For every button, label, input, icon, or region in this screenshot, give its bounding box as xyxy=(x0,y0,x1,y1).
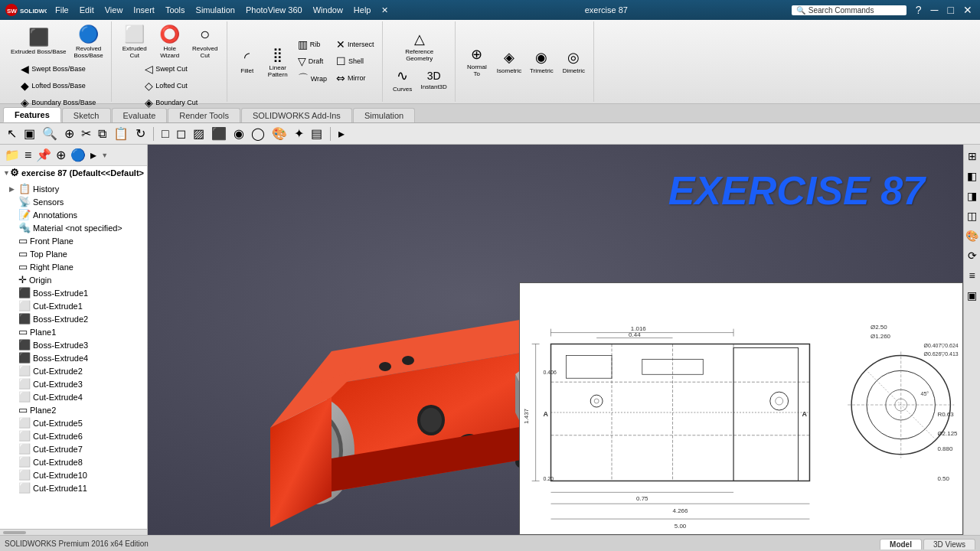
menu-tools[interactable]: Tools xyxy=(161,4,190,16)
view-tool-4[interactable]: ⬛ xyxy=(209,125,229,142)
tree-item-cut-extrude1[interactable]: ⬜ Cut-Extrude1 xyxy=(0,299,147,312)
display-tool[interactable]: 🎨 xyxy=(270,125,289,142)
tree-item-plane1[interactable]: ▭ Plane1 xyxy=(0,325,147,338)
swept-boss-base-button[interactable]: ◀ Swept Boss/Base xyxy=(18,61,99,77)
tab-features[interactable]: Features xyxy=(3,107,61,122)
menu-help[interactable]: Help xyxy=(349,4,376,16)
view-tool-6[interactable]: ◯ xyxy=(249,125,267,142)
tree-item-boss-extrude3[interactable]: ⬛ Boss-Extrude3 xyxy=(0,338,147,351)
tree-item-top-plane[interactable]: ▭ Top Plane xyxy=(0,247,147,260)
tab-simulation[interactable]: Simulation xyxy=(353,108,415,122)
tree-item-material[interactable]: 🔩 Material <not specified> xyxy=(0,221,147,234)
revolved-cut-button[interactable]: ○ RevolvedCut xyxy=(188,23,222,61)
expand-icon[interactable]: ▸ xyxy=(89,146,98,164)
color-icon[interactable]: 🔵 xyxy=(69,146,87,164)
zoom-in-tool[interactable]: ⊕ xyxy=(62,125,77,142)
copy-tool[interactable]: ⧉ xyxy=(96,126,109,142)
tab-bottom-3dviews[interactable]: 3D Views xyxy=(923,539,975,549)
tab-bottom-model[interactable]: Model xyxy=(880,539,922,549)
tree-item-plane2[interactable]: ▭ Plane2 xyxy=(0,403,147,416)
tree-item-cut-extrude4[interactable]: ⬜ Cut-Extrude4 xyxy=(0,390,147,403)
tree-item-sensors[interactable]: 📡 Sensors xyxy=(0,195,147,208)
normal-to-button[interactable]: ⊕ NormalTo xyxy=(462,44,492,80)
menu-view[interactable]: View xyxy=(100,4,128,16)
tab-sketch[interactable]: Sketch xyxy=(62,108,111,122)
right-panel-btn-7[interactable]: ≡ xyxy=(967,267,976,284)
right-panel-btn-1[interactable]: ⊞ xyxy=(966,148,978,165)
pin-icon[interactable]: 📌 xyxy=(34,146,53,164)
scene-tool[interactable]: ▤ xyxy=(309,125,325,142)
help-icon[interactable]: ? xyxy=(913,4,925,16)
tree-item-cut-extrude7[interactable]: ⬜ Cut-Extrude7 xyxy=(0,442,147,455)
fillet-button[interactable]: ◜ Fillet xyxy=(234,37,261,87)
mirror-button[interactable]: ⇔ Mirror xyxy=(333,70,377,86)
right-panel-btn-2[interactable]: ◧ xyxy=(965,168,978,184)
panel-scrollbar[interactable] xyxy=(0,529,147,535)
tree-item-cut-extrude5[interactable]: ⬜ Cut-Extrude5 xyxy=(0,416,147,429)
intersect-button[interactable]: ✕ Intersect xyxy=(333,37,377,52)
right-panel-btn-4[interactable]: ◫ xyxy=(965,207,978,224)
dimetric-button[interactable]: ◎ Dimetric xyxy=(558,47,589,76)
tree-item-history[interactable]: ▶ 📋 History xyxy=(0,182,147,195)
search-box[interactable]: 🔍 Search Commands xyxy=(792,5,906,15)
menu-edit[interactable]: Edit xyxy=(75,4,99,16)
tree-item-cut-extrude11[interactable]: ⬜ Cut-Extrude11 xyxy=(0,481,147,494)
extruded-boss-base-button[interactable]: ⬛ Extruded Boss/Base xyxy=(8,26,69,57)
reference-geometry-button[interactable]: △ ReferenceGeometry xyxy=(402,29,436,64)
extruded-cut-button[interactable]: ⬜ ExtrudedCut xyxy=(118,23,152,61)
select-tool[interactable]: ▣ xyxy=(21,125,38,142)
render-tool[interactable]: ✦ xyxy=(292,125,306,142)
lofted-boss-base-button[interactable]: ◆ Lofted Boss/Base xyxy=(18,78,99,93)
minimize-button[interactable]: ─ xyxy=(928,4,942,16)
more-tool[interactable]: ▸ xyxy=(336,125,347,142)
draft-button[interactable]: ▽Draft xyxy=(295,54,330,69)
tree-item-boss-extrude1[interactable]: ⬛ Boss-Extrude1 xyxy=(0,286,147,299)
tree-item-cut-extrude8[interactable]: ⬜ Cut-Extrude8 xyxy=(0,455,147,468)
rotate-tool[interactable]: ↻ xyxy=(133,125,148,142)
linear-pattern-button[interactable]: ⣿ LinearPattern xyxy=(264,37,292,87)
revolved-boss-base-button[interactable]: 🔵 RevolvedBoss/Base xyxy=(70,23,106,61)
tree-item-cut-extrude3[interactable]: ⬜ Cut-Extrude3 xyxy=(0,377,147,390)
tree-item-origin[interactable]: ✛ Origin xyxy=(0,273,147,286)
view-tool-3[interactable]: ▨ xyxy=(191,125,207,142)
close-button[interactable]: ✕ xyxy=(960,4,975,16)
tree-item-annotations[interactable]: 📝 Annotations xyxy=(0,208,147,221)
tree-item-cut-extrude10[interactable]: ⬜ Cut-Extrude10 xyxy=(0,468,147,481)
pointer-tool[interactable]: ↖ xyxy=(5,125,19,142)
menu-simulation[interactable]: Simulation xyxy=(191,4,240,16)
menu-pin[interactable]: ✕ xyxy=(377,4,393,17)
cut-tool[interactable]: ✂ xyxy=(79,125,93,142)
tab-addins[interactable]: SOLIDWORKS Add-Ins xyxy=(241,108,352,122)
paste-tool[interactable]: 📋 xyxy=(111,125,131,142)
isometric-button[interactable]: ◈ Isometric xyxy=(494,47,524,76)
curves-button[interactable]: ∿ Curves xyxy=(389,66,416,94)
tree-root[interactable]: ▼ ⚙ exercise 87 (Default<<Default> xyxy=(0,166,147,179)
tree-item-right-plane[interactable]: ▭ Right Plane xyxy=(0,260,147,273)
tree-item-boss-extrude2[interactable]: ⬛ Boss-Extrude2 xyxy=(0,312,147,325)
tree-item-cut-extrude2[interactable]: ⬜ Cut-Extrude2 xyxy=(0,364,147,377)
tab-evaluate[interactable]: Evaluate xyxy=(112,108,168,122)
instant3d-button[interactable]: 3D Instant3D xyxy=(418,66,450,94)
list-view-icon[interactable]: ≡ xyxy=(23,147,33,164)
maximize-button[interactable]: □ xyxy=(945,4,957,16)
shell-button[interactable]: ☐ Shell xyxy=(333,54,377,69)
menu-photoview[interactable]: PhotoView 360 xyxy=(241,4,307,16)
rib-button[interactable]: ▥Rib xyxy=(295,37,330,52)
hole-wizard-button[interactable]: ⭕ HoleWizard xyxy=(153,23,187,61)
canvas[interactable]: EXERCISE 87 xyxy=(148,145,963,535)
center-icon[interactable]: ⊕ xyxy=(54,146,67,164)
view-tool-2[interactable]: ◻ xyxy=(174,125,188,142)
view-tool-5[interactable]: ◉ xyxy=(231,125,247,142)
lofted-cut-button[interactable]: ◇ Lofted Cut xyxy=(142,78,201,93)
tree-item-cut-extrude6[interactable]: ⬜ Cut-Extrude6 xyxy=(0,429,147,442)
wrap-button[interactable]: ⌒Wrap xyxy=(295,70,330,87)
tab-render-tools[interactable]: Render Tools xyxy=(168,108,240,122)
swept-cut-button[interactable]: ◁ Swept Cut xyxy=(142,61,201,77)
tree-item-boss-extrude4[interactable]: ⬛ Boss-Extrude4 xyxy=(0,351,147,364)
right-panel-btn-6[interactable]: ⟳ xyxy=(966,247,978,264)
filter-icon[interactable]: ▼ xyxy=(101,152,108,159)
trimetric-button[interactable]: ◉ Trimetric xyxy=(526,47,557,76)
zoom-tool[interactable]: 🔍 xyxy=(40,125,60,142)
menu-window[interactable]: Window xyxy=(309,4,348,16)
right-panel-btn-8[interactable]: ▣ xyxy=(965,287,978,304)
